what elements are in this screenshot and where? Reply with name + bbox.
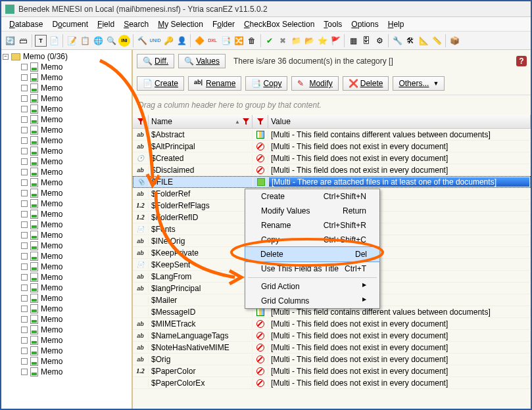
help-icon[interactable]: ?	[516, 56, 527, 66]
tree-item[interactable]: Memo	[3, 198, 130, 209]
tree-item[interactable]: Memo	[3, 240, 130, 251]
menu-folder[interactable]: Folder	[208, 18, 239, 30]
tb-edit-icon[interactable]: 📝	[66, 35, 78, 47]
tree-item[interactable]: Memo	[3, 93, 130, 104]
tree-item[interactable]: Memo	[3, 104, 130, 114]
ctx-gridcols[interactable]: Grid Columns▶	[245, 294, 379, 308]
tb-trash-icon[interactable]: 🗑	[246, 35, 258, 47]
tree-root[interactable]: − Memo (0/36)	[3, 51, 130, 62]
tb-ini-icon[interactable]: INI	[118, 35, 130, 47]
checkbox[interactable]	[21, 169, 28, 175]
col-name[interactable]: Name▲	[149, 115, 253, 128]
tb-note-icon[interactable]: 📋	[79, 35, 91, 47]
checkbox[interactable]	[21, 137, 28, 144]
tree-item[interactable]: Memo	[3, 251, 130, 262]
menu-options[interactable]: Options	[347, 18, 382, 30]
tb-tool1-icon[interactable]: 🔧	[391, 35, 403, 47]
ctx-rename[interactable]: RenameCtrl+Shift+R	[245, 218, 379, 233]
checkbox[interactable]	[21, 158, 28, 165]
values-button[interactable]: 🔍Values	[178, 54, 226, 68]
tb-tool2-icon[interactable]: 🛠	[404, 35, 416, 47]
checkbox[interactable]	[21, 200, 28, 207]
menu-checkbox[interactable]: CheckBox Selection	[240, 18, 318, 30]
tree-item[interactable]: Memo	[3, 230, 130, 240]
checkbox[interactable]	[21, 127, 28, 133]
tree-item[interactable]: Memo	[3, 219, 130, 230]
menu-search[interactable]: Search	[120, 18, 153, 30]
tree-item[interactable]: Memo	[3, 146, 130, 156]
tb-orange-icon[interactable]: 🔶	[193, 35, 205, 47]
tree-item[interactable]: Memo	[3, 304, 130, 314]
checkbox[interactable]	[21, 211, 28, 217]
tree-item[interactable]: Memo	[3, 177, 130, 188]
checkbox[interactable]	[21, 190, 28, 196]
table-row[interactable]: 📎$FILE[Multi - There are attached files …	[133, 176, 531, 188]
tb-flag-icon[interactable]: 🚩	[329, 35, 341, 47]
ctx-delete[interactable]: DeleteDel	[245, 246, 380, 262]
tree-item[interactable]: Memo	[3, 156, 130, 167]
tb-user-icon[interactable]: 👤	[176, 35, 187, 47]
filter-icon[interactable]	[257, 118, 264, 125]
copy-button[interactable]: 📑Copy	[245, 76, 287, 91]
checkbox[interactable]	[21, 327, 28, 333]
tree-item[interactable]: Memo	[3, 209, 130, 219]
tb-xml-icon[interactable]: DXL	[206, 35, 218, 47]
tb-folder2-icon[interactable]: 📂	[303, 35, 315, 47]
tree-item[interactable]: Memo	[3, 167, 130, 177]
tb-db2-icon[interactable]: 🗄	[360, 35, 372, 47]
tb-folder1-icon[interactable]: 📁	[290, 35, 302, 47]
table-row[interactable]: ab$AltPrincipal[Multi - This field does …	[133, 141, 531, 152]
checkbox[interactable]	[21, 106, 28, 112]
tb-check-icon[interactable]: ✔	[264, 35, 276, 47]
checkbox[interactable]	[21, 369, 28, 375]
tree-item[interactable]: Memo	[3, 262, 130, 272]
checkbox[interactable]	[21, 85, 28, 91]
tree-item[interactable]: Memo	[3, 314, 130, 325]
rename-button[interactable]: ab|Rename	[188, 76, 241, 91]
menu-myselection[interactable]: My Selection	[154, 18, 207, 30]
tree-item[interactable]: Memo	[3, 293, 130, 304]
ctx-modify[interactable]: Modify ValuesReturn	[245, 204, 379, 218]
checkbox[interactable]	[21, 64, 28, 70]
tb-search-icon[interactable]: 🔍	[105, 35, 117, 47]
ctx-copy[interactable]: CopyCtrl+Shift+C	[245, 233, 379, 247]
checkbox[interactable]	[21, 337, 28, 344]
checkbox[interactable]	[21, 221, 28, 228]
tree-item[interactable]: Memo	[3, 272, 130, 283]
group-bar[interactable]: Drag a column header here to group by th…	[133, 95, 531, 115]
tree-item[interactable]: Memo	[3, 335, 130, 346]
tb-world-icon[interactable]: 🌐	[92, 35, 104, 47]
checkbox[interactable]	[21, 316, 28, 323]
diff-button[interactable]: 🔍Diff.	[137, 54, 174, 68]
ctx-gridaction[interactable]: Grid Action▶	[245, 279, 379, 294]
tree-item[interactable]: Memo	[3, 114, 130, 125]
checkbox[interactable]	[21, 263, 28, 270]
tree-item[interactable]: Memo	[3, 188, 130, 198]
collapse-icon[interactable]: −	[3, 54, 9, 60]
tree-item[interactable]: Memo	[3, 125, 130, 135]
col-valtype[interactable]	[253, 115, 268, 128]
tb-x-icon[interactable]: ✖	[277, 35, 289, 47]
tb-tool4-icon[interactable]: 📏	[431, 35, 443, 47]
checkbox[interactable]	[21, 232, 28, 239]
tree-item[interactable]: Memo	[3, 135, 130, 146]
tb-text-icon[interactable]: T	[35, 35, 47, 47]
table-row[interactable]: ab$NoteHasNativeMIME[Multi - This field …	[133, 342, 531, 353]
modify-button[interactable]: ✎Modify	[291, 76, 338, 91]
table-row[interactable]: ab$Disclaimed[Multi - This field does no…	[133, 164, 531, 176]
checkbox[interactable]	[21, 306, 28, 312]
delete-button[interactable]: ❌Delete	[343, 76, 389, 91]
table-row[interactable]: ab$MIMETrack[Multi - This field does not…	[133, 318, 531, 330]
col-value[interactable]: Value	[268, 115, 531, 128]
table-row[interactable]: 1.2$PaperColor[Multi - This field does n…	[133, 365, 531, 377]
tb-copy-icon[interactable]: 📑	[220, 35, 231, 47]
checkbox[interactable]	[21, 95, 28, 102]
filter-icon[interactable]	[243, 118, 249, 125]
tree-item[interactable]: Memo	[3, 83, 130, 93]
menu-field[interactable]: Field	[93, 18, 118, 30]
table-row[interactable]: ab$NameLanguageTags[Multi - This field d…	[133, 330, 531, 342]
checkbox[interactable]	[21, 295, 28, 302]
tree-item[interactable]: Memo	[3, 356, 130, 367]
checkbox[interactable]	[21, 242, 28, 249]
table-row[interactable]: ab$Orig[Multi - This field does not exis…	[133, 353, 531, 365]
